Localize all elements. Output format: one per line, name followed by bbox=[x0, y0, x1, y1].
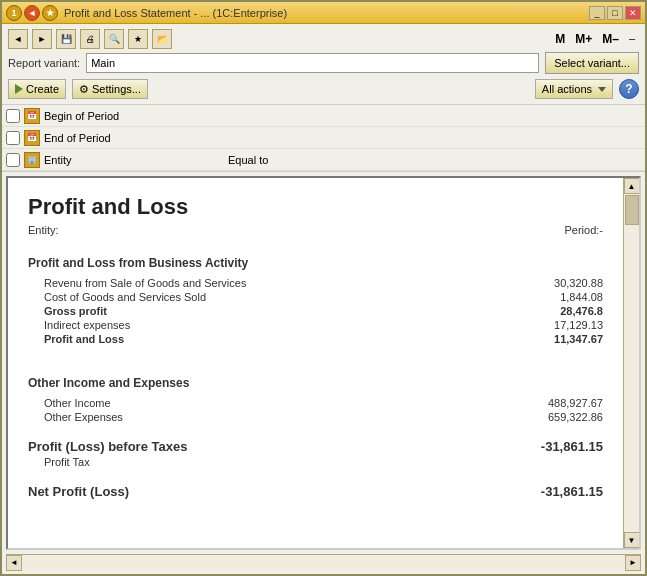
create-button[interactable]: Create bbox=[8, 79, 66, 99]
scroll-left-button[interactable]: ◄ bbox=[6, 555, 22, 571]
scroll-track bbox=[624, 194, 639, 532]
window-controls: _ □ ✕ bbox=[589, 6, 641, 20]
filter-end-label: End of Period bbox=[44, 132, 224, 144]
filter-begin-icon: 📅 bbox=[24, 108, 40, 124]
filter-end-icon: 📅 bbox=[24, 130, 40, 146]
forward-button[interactable]: ► bbox=[32, 29, 52, 49]
row-other-expenses: Other Expenses 659,322.86 bbox=[28, 410, 603, 424]
divider-1 bbox=[28, 346, 603, 360]
back-button[interactable]: ◄ bbox=[8, 29, 28, 49]
row-net-profit-label: Net Profit (Loss) bbox=[28, 484, 129, 499]
filter-row-begin: 📅 Begin of Period bbox=[2, 105, 645, 127]
open-button[interactable]: 📂 bbox=[152, 29, 172, 49]
row-cogs-amount: 1,844.08 bbox=[513, 291, 603, 303]
filter-end-checkbox[interactable] bbox=[6, 131, 20, 145]
find-button[interactable]: 🔍 bbox=[104, 29, 124, 49]
row-indirect-label: Indirect expenses bbox=[44, 319, 130, 331]
filter-begin-label: Begin of Period bbox=[44, 110, 224, 122]
filter-entity-icon: 🏢 bbox=[24, 152, 40, 168]
chevron-down-icon bbox=[598, 87, 606, 92]
vertical-scrollbar[interactable]: ▲ ▼ bbox=[623, 178, 639, 548]
row-profit-loss: Profit and Loss 11,347.67 bbox=[28, 332, 603, 346]
report-title: Profit and Loss bbox=[28, 194, 603, 220]
maximize-button[interactable]: □ bbox=[607, 6, 623, 20]
row-other-income-label: Other Income bbox=[44, 397, 111, 409]
toolbar-area: ◄ ► 💾 🖨 🔍 ★ 📂 M M+ M– – Report variant: … bbox=[2, 24, 645, 105]
report-meta: Entity: Period:- bbox=[28, 224, 603, 236]
row-net-profit-amount: -31,861.15 bbox=[513, 484, 603, 499]
divider-2 bbox=[28, 424, 603, 438]
filter-begin-checkbox[interactable] bbox=[6, 109, 20, 123]
row-profit-loss-amount: 11,347.67 bbox=[513, 333, 603, 345]
row-profit-before-taxes-amount: -31,861.15 bbox=[513, 439, 603, 454]
settings-button[interactable]: ⚙ Settings... bbox=[72, 79, 148, 99]
row-indirect-amount: 17,129.13 bbox=[513, 319, 603, 331]
filter-entity-checkbox[interactable] bbox=[6, 153, 20, 167]
print-button[interactable]: 🖨 bbox=[80, 29, 100, 49]
section-2-header: Other Income and Expenses bbox=[28, 376, 603, 390]
app-icon: 1 bbox=[6, 5, 22, 21]
row-gross-amount: 28,476.8 bbox=[513, 305, 603, 317]
row-gross-label: Gross profit bbox=[44, 305, 107, 317]
select-variant-button[interactable]: Select variant... bbox=[545, 52, 639, 74]
help-button[interactable]: ? bbox=[619, 79, 639, 99]
close-button[interactable]: ✕ bbox=[625, 6, 641, 20]
filter-entity-label: Entity bbox=[44, 154, 224, 166]
save-button[interactable]: 💾 bbox=[56, 29, 76, 49]
star-icon: ★ bbox=[42, 5, 58, 21]
row-cogs-label: Cost of Goods and Services Sold bbox=[44, 291, 206, 303]
main-window: 1 ◄ ★ Profit and Loss Statement - ... (1… bbox=[0, 0, 647, 576]
help-label: ? bbox=[625, 82, 632, 96]
row-cogs: Cost of Goods and Services Sold 1,844.08 bbox=[28, 290, 603, 304]
row-gross: Gross profit 28,476.8 bbox=[28, 304, 603, 318]
row-profit-before-taxes-label: Profit (Loss) before Taxes bbox=[28, 439, 187, 454]
filter-row-entity: 🏢 Entity Equal to bbox=[2, 149, 645, 171]
create-label: Create bbox=[26, 83, 59, 95]
report-variant-row: Report variant: Select variant... bbox=[8, 52, 639, 74]
row-net-profit: Net Profit (Loss) -31,861.15 bbox=[28, 483, 603, 500]
row-profit-loss-label: Profit and Loss bbox=[44, 333, 124, 345]
content-area: Profit and Loss Entity: Period:- Profit … bbox=[6, 176, 641, 550]
scroll-right-button[interactable]: ► bbox=[625, 555, 641, 571]
filter-entity-condition: Equal to bbox=[228, 154, 308, 166]
entity-label: Entity: bbox=[28, 224, 59, 236]
h-scroll-track bbox=[22, 555, 625, 570]
all-actions-button[interactable]: All actions bbox=[535, 79, 613, 99]
row-other-income-amount: 488,927.67 bbox=[513, 397, 603, 409]
report-content: Profit and Loss Entity: Period:- Profit … bbox=[8, 178, 623, 548]
filter-section: 📅 Begin of Period 📅 End of Period 🏢 Enti… bbox=[2, 105, 645, 172]
row-profit-before-taxes: Profit (Loss) before Taxes -31,861.15 bbox=[28, 438, 603, 455]
row-revenue: Revenu from Sale of Goods and Services 3… bbox=[28, 276, 603, 290]
row-other-expenses-label: Other Expenses bbox=[44, 411, 123, 423]
main-toolbar: ◄ ► 💾 🖨 🔍 ★ 📂 M M+ M– – bbox=[8, 28, 639, 50]
row-profit-tax-label: Profit Tax bbox=[44, 456, 90, 468]
play-icon bbox=[15, 84, 23, 94]
scroll-thumb[interactable] bbox=[625, 195, 639, 225]
gear-icon: ⚙ bbox=[79, 83, 89, 96]
section-1-header: Profit and Loss from Business Activity bbox=[28, 256, 603, 270]
settings-label: Settings... bbox=[92, 83, 141, 95]
actions-row: Create ⚙ Settings... All actions ? bbox=[8, 78, 639, 100]
app-icon-2: ◄ bbox=[24, 5, 40, 21]
divider-3 bbox=[28, 469, 603, 483]
window-title: Profit and Loss Statement - ... (1C:Ente… bbox=[64, 7, 589, 19]
row-other-income: Other Income 488,927.67 bbox=[28, 396, 603, 410]
row-profit-tax: Profit Tax bbox=[28, 455, 603, 469]
title-bar-icons: 1 ◄ ★ bbox=[6, 5, 58, 21]
horizontal-scrollbar[interactable]: ◄ ► bbox=[6, 554, 641, 570]
row-indirect: Indirect expenses 17,129.13 bbox=[28, 318, 603, 332]
scroll-down-button[interactable]: ▼ bbox=[624, 532, 640, 548]
all-actions-label: All actions bbox=[542, 83, 592, 95]
minimize-button[interactable]: _ bbox=[589, 6, 605, 20]
title-bar: 1 ◄ ★ Profit and Loss Statement - ... (1… bbox=[2, 2, 645, 24]
row-revenue-amount: 30,320.88 bbox=[513, 277, 603, 289]
bookmark-button[interactable]: ★ bbox=[128, 29, 148, 49]
row-profit-tax-amount bbox=[513, 456, 603, 468]
period-label: Period:- bbox=[564, 224, 603, 236]
row-other-expenses-amount: 659,322.86 bbox=[513, 411, 603, 423]
row-revenue-label: Revenu from Sale of Goods and Services bbox=[44, 277, 246, 289]
report-variant-input[interactable] bbox=[86, 53, 539, 73]
report-variant-label: Report variant: bbox=[8, 57, 80, 69]
scroll-up-button[interactable]: ▲ bbox=[624, 178, 640, 194]
filter-row-end: 📅 End of Period bbox=[2, 127, 645, 149]
